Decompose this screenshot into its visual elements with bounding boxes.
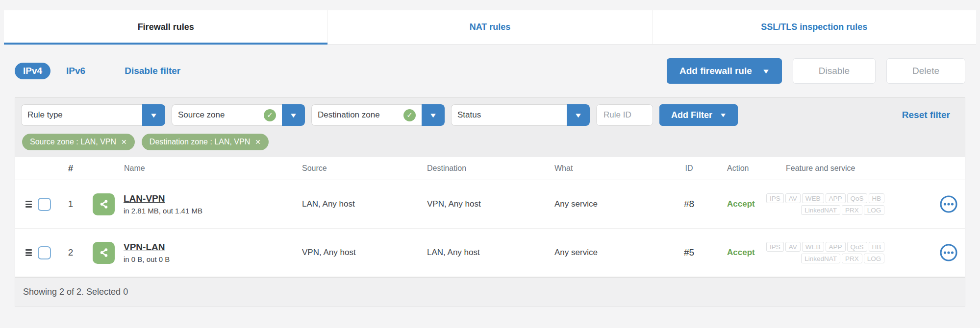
row-checkbox[interactable] bbox=[38, 198, 51, 211]
tab-label: Firewall rules bbox=[138, 22, 194, 32]
close-icon[interactable]: ✕ bbox=[255, 138, 261, 146]
header-action: Action bbox=[712, 164, 766, 173]
row-action-status: Accept bbox=[712, 199, 766, 209]
delete-button[interactable]: Delete bbox=[886, 58, 965, 84]
reset-filter-link[interactable]: Reset filter bbox=[902, 110, 950, 120]
row-checkbox-cell bbox=[32, 246, 56, 259]
badge-qos: QoS bbox=[847, 242, 867, 252]
disable-filter-link[interactable]: Disable filter bbox=[125, 66, 180, 76]
filter-dropdown-status[interactable]: Status ▼ bbox=[451, 104, 590, 126]
row-id: #5 bbox=[666, 247, 712, 258]
row-action-status: Accept bbox=[712, 248, 766, 258]
close-icon[interactable]: ✕ bbox=[121, 138, 127, 146]
row-source: LAN, Any host bbox=[293, 199, 418, 209]
row-what: Any service bbox=[546, 248, 666, 258]
table-footer-summary: Showing 2 of 2. Selected 0 bbox=[15, 277, 965, 306]
chip-label: Destination zone : LAN, VPN bbox=[150, 138, 250, 146]
badge-hb: HB bbox=[869, 193, 885, 203]
add-firewall-rule-button[interactable]: Add firewall rule ▼ bbox=[667, 58, 782, 84]
dropdown-label: Destination zone bbox=[318, 110, 399, 120]
table-row: 2 VPN-LAN in 0 B, out 0 B VPN, Any host … bbox=[15, 229, 965, 277]
header-feature-and-service: Feature and service bbox=[766, 164, 923, 173]
table-row: 1 LAN-VPN in 2.81 MB, out 1.41 MB LAN, A… bbox=[15, 180, 965, 229]
filter-dropdown-destination-zone[interactable]: Destination zone ✓ ▼ bbox=[311, 104, 445, 126]
network-rule-share-icon bbox=[93, 242, 115, 264]
badge-app: APP bbox=[826, 242, 846, 252]
drag-handle-icon[interactable] bbox=[25, 248, 32, 258]
row-source: VPN, Any host bbox=[293, 248, 418, 258]
toolbar-actions: Add firewall rule ▼ Disable Delete bbox=[667, 58, 965, 84]
chevron-down-icon[interactable]: ▼ bbox=[567, 104, 590, 126]
badge-prx: PRX bbox=[842, 205, 862, 215]
toolbar: IPv4 IPv6 Disable filter Add firewall ru… bbox=[15, 45, 965, 97]
badge-web: WEB bbox=[802, 242, 824, 252]
row-more-cell bbox=[928, 243, 970, 262]
filter-chip-destination-zone: Destination zone : LAN, VPN ✕ bbox=[142, 134, 269, 150]
row-number: 1 bbox=[56, 199, 85, 210]
chevron-down-icon: ▼ bbox=[719, 112, 727, 118]
tab-nat-rules[interactable]: NAT rules bbox=[327, 10, 652, 44]
row-what: Any service bbox=[546, 199, 666, 209]
filter-dropdown-source-zone[interactable]: Source zone ✓ ▼ bbox=[172, 104, 305, 126]
tab-label: SSL/TLS inspection rules bbox=[761, 22, 867, 32]
dropdown-label: Rule type bbox=[27, 110, 136, 120]
add-filter-label: Add Filter bbox=[671, 110, 712, 120]
table-header-row: # Name Source Destination What ID Action… bbox=[15, 157, 965, 180]
header-what: What bbox=[546, 164, 666, 173]
row-feature-badges: IPS AV WEB APP QoS HB LinkedNAT PRX LOG bbox=[766, 242, 928, 263]
rule-name-link[interactable]: VPN-LAN bbox=[124, 242, 170, 253]
row-checkbox[interactable] bbox=[38, 246, 51, 259]
badge-av: AV bbox=[785, 193, 801, 203]
badge-log: LOG bbox=[864, 254, 885, 263]
rule-traffic-stats: in 0 B, out 0 B bbox=[124, 255, 170, 263]
drag-handle-icon[interactable] bbox=[25, 200, 32, 209]
filter-applied-check-icon: ✓ bbox=[264, 109, 276, 121]
badge-line: IPS AV WEB APP QoS HB bbox=[766, 242, 884, 252]
rule-id-input[interactable] bbox=[596, 104, 653, 126]
badge-line: LinkedNAT PRX LOG bbox=[801, 254, 884, 263]
chevron-down-icon: ▼ bbox=[762, 68, 770, 75]
disable-button[interactable]: Disable bbox=[793, 58, 876, 84]
dropdown-field: Status bbox=[451, 104, 567, 126]
more-actions-ellipsis-icon[interactable] bbox=[939, 195, 958, 213]
row-drag-cell bbox=[15, 248, 32, 258]
badge-linkednat: LinkedNAT bbox=[801, 205, 840, 215]
header-source: Source bbox=[293, 164, 418, 173]
rule-name-block: VPN-LAN in 0 B, out 0 B bbox=[124, 242, 170, 263]
badge-hb: HB bbox=[869, 242, 885, 252]
row-checkbox-cell bbox=[32, 198, 56, 211]
tab-firewall-rules[interactable]: Firewall rules bbox=[4, 10, 327, 44]
badge-qos: QoS bbox=[847, 193, 867, 203]
rule-name-block: LAN-VPN in 2.81 MB, out 1.41 MB bbox=[124, 193, 202, 215]
ipv6-toggle[interactable]: IPv6 bbox=[66, 66, 85, 76]
header-destination: Destination bbox=[418, 164, 546, 173]
rule-type-tabbar: Firewall rules NAT rules SSL/TLS inspect… bbox=[4, 10, 976, 45]
tab-ssl-tls-inspection-rules[interactable]: SSL/TLS inspection rules bbox=[652, 10, 976, 44]
row-feature-badges: IPS AV WEB APP QoS HB LinkedNAT PRX LOG bbox=[766, 193, 928, 215]
row-id: #8 bbox=[666, 199, 712, 210]
filter-dropdown-rule-type[interactable]: Rule type ▼ bbox=[21, 104, 165, 126]
badge-line: LinkedNAT PRX LOG bbox=[801, 205, 884, 215]
dropdown-field: Rule type bbox=[21, 104, 142, 126]
chevron-down-icon[interactable]: ▼ bbox=[282, 104, 305, 126]
filter-chip-source-zone: Source zone : LAN, VPN ✕ bbox=[22, 134, 135, 150]
ipv4-toggle[interactable]: IPv4 bbox=[15, 63, 50, 79]
filter-row: Rule type ▼ Source zone ✓ ▼ Destination … bbox=[21, 104, 959, 126]
row-name-cell: VPN-LAN in 0 B, out 0 B bbox=[85, 242, 293, 264]
badge-log: LOG bbox=[864, 205, 885, 215]
row-name-cell: LAN-VPN in 2.81 MB, out 1.41 MB bbox=[85, 193, 293, 215]
dropdown-field: Source zone ✓ bbox=[172, 104, 282, 126]
badge-prx: PRX bbox=[842, 254, 862, 263]
tab-label: NAT rules bbox=[470, 22, 511, 32]
more-actions-ellipsis-icon[interactable] bbox=[939, 243, 958, 262]
network-rule-share-icon bbox=[93, 193, 115, 215]
chevron-down-icon[interactable]: ▼ bbox=[422, 104, 445, 126]
add-filter-button[interactable]: Add Filter ▼ bbox=[659, 104, 738, 126]
row-destination: VPN, Any host bbox=[418, 199, 546, 209]
rule-name-link[interactable]: LAN-VPN bbox=[124, 193, 202, 204]
dropdown-label: Source zone bbox=[178, 110, 259, 120]
chevron-down-icon[interactable]: ▼ bbox=[142, 104, 165, 126]
firewall-rules-card: Rule type ▼ Source zone ✓ ▼ Destination … bbox=[15, 97, 965, 306]
header-number: # bbox=[56, 163, 85, 174]
badge-ips: IPS bbox=[766, 242, 784, 252]
